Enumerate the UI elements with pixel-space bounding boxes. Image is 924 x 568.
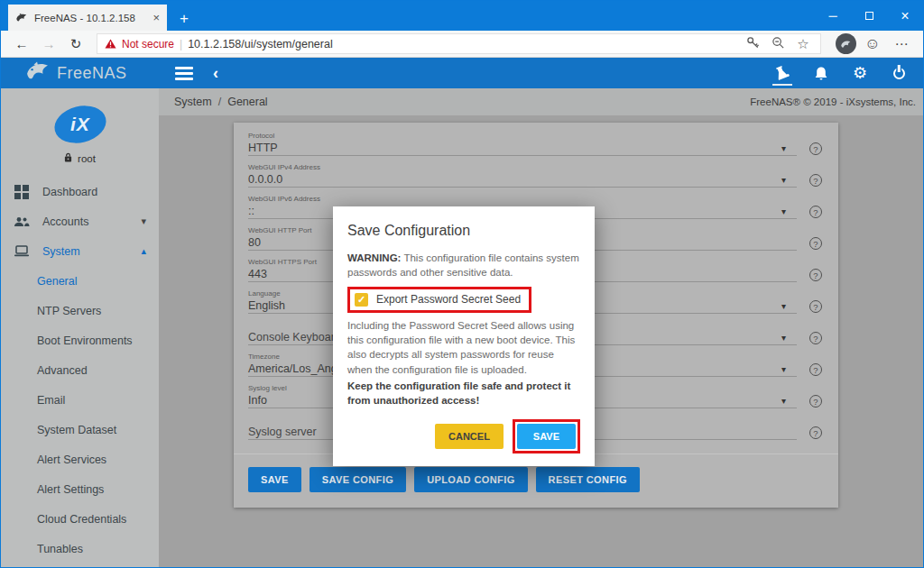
help-icon[interactable]: ? — [809, 237, 822, 250]
browser-addressbar: ← → ↻ Not secure | 10.1.2.158/ui/system/… — [1, 31, 923, 58]
maximize-icon — [865, 12, 873, 20]
logged-in-user: root — [1, 152, 159, 164]
export-seed-checkbox[interactable]: ✓ — [355, 293, 368, 307]
browser-tab[interactable]: FreeNAS - 10.1.2.158 × — [8, 5, 167, 31]
browser-window: FreeNAS - 10.1.2.158 × + ─ × ← → ↻ Not s… — [0, 0, 924, 568]
dropdown-arrow-icon[interactable]: ▾ — [781, 364, 786, 374]
not-secure-warning-icon — [105, 36, 116, 52]
sidebar-item-alert-services[interactable]: Alert Services — [1, 444, 159, 474]
security-label[interactable]: Not secure — [122, 38, 174, 50]
system-laptop-icon — [13, 245, 31, 257]
url-field[interactable]: Not secure | 10.1.2.158/ui/system/genera… — [97, 33, 821, 54]
sidebar-item-accounts[interactable]: Accounts ▾ — [1, 206, 159, 236]
task-manager-beaker-icon[interactable] — [772, 62, 792, 84]
browser-titlebar: FreeNAS - 10.1.2.158 × + ─ × — [1, 1, 923, 31]
profile-avatar[interactable] — [836, 33, 856, 54]
new-tab-button[interactable]: + — [180, 11, 189, 26]
save-button-annotation: SAVE — [513, 419, 580, 453]
breadcrumb-page: General — [227, 96, 267, 108]
help-icon[interactable]: ? — [809, 395, 822, 408]
chevron-down-icon: ▾ — [141, 215, 146, 227]
browser-menu-icon[interactable]: ⋯ — [889, 36, 914, 52]
ix-logo: iX — [1, 106, 159, 142]
breadcrumb: System / General FreeNAS® © 2019 - iXsys… — [159, 88, 923, 115]
sidebar: iX root Dashboard — [1, 88, 159, 568]
export-seed-checkbox-label[interactable]: Export Password Secret Seed — [376, 293, 521, 306]
freenas-brand: FreeNAS — [1, 61, 159, 85]
dropdown-arrow-icon[interactable]: ▾ — [781, 396, 786, 406]
refresh-icon[interactable]: ↻ — [64, 36, 88, 52]
dialog-body-text: Including the Password Secret Seed allow… — [347, 318, 580, 377]
save-configuration-dialog: Save Configuration WARNING: This configu… — [333, 206, 595, 466]
help-icon[interactable]: ? — [809, 300, 822, 313]
breadcrumb-section[interactable]: System — [174, 96, 212, 108]
dropdown-arrow-icon[interactable]: ▾ — [781, 333, 786, 343]
accounts-people-icon — [13, 216, 31, 227]
tab-title: FreeNAS - 10.1.2.158 — [34, 13, 146, 23]
help-icon[interactable]: ? — [809, 206, 822, 218]
freenas-favicon-icon — [15, 10, 28, 26]
dialog-actions: CANCEL SAVE — [347, 419, 580, 453]
sidebar-item-boot-environments[interactable]: Boot Environments — [1, 325, 159, 355]
url-text[interactable]: 10.1.2.158/ui/system/general — [188, 38, 737, 50]
window-close-button[interactable]: × — [887, 1, 923, 31]
dropdown-arrow-icon[interactable]: ▾ — [781, 301, 786, 311]
save-button[interactable]: SAVE — [248, 467, 301, 492]
dialog-title: Save Configuration — [347, 223, 580, 239]
sidebar-item-ntp-servers[interactable]: NTP Servers — [1, 296, 159, 325]
warning-label: WARNING: — [347, 252, 401, 263]
help-icon[interactable]: ? — [809, 363, 822, 376]
freenas-shark-logo-icon — [24, 61, 51, 85]
tab-close-icon[interactable]: × — [152, 12, 160, 23]
reset-config-button[interactable]: RESET CONFIG — [536, 467, 640, 492]
sidenav-toggle-hamburger-icon[interactable] — [175, 67, 193, 80]
add-favorite-star-icon[interactable]: ☆ — [793, 36, 813, 52]
settings-gear-icon[interactable]: ⚙ — [850, 62, 870, 84]
save-config-button[interactable]: SAVE CONFIG — [310, 467, 406, 492]
field-protocol[interactable]: Protocol HTTP ▾ ? — [248, 127, 824, 159]
sidebar-item-cloud-credentials[interactable]: Cloud Credentials — [1, 504, 159, 534]
help-icon[interactable]: ? — [809, 142, 822, 155]
dropdown-arrow-icon[interactable]: ▾ — [781, 175, 786, 185]
brand-name: FreeNAS — [57, 64, 127, 83]
dialog-warning: WARNING: This configuration file contain… — [347, 251, 580, 280]
dropdown-arrow-icon[interactable]: ▾ — [781, 143, 786, 153]
freenas-topbar: FreeNAS ‹ ⚙ — [1, 58, 923, 88]
help-icon[interactable]: ? — [809, 426, 822, 439]
feedback-smiley-icon[interactable]: ☺ — [860, 35, 885, 53]
breadcrumb-separator: / — [218, 96, 221, 108]
forward-icon[interactable]: → — [37, 36, 60, 51]
help-icon[interactable]: ? — [809, 269, 822, 281]
field-webgui-ipv4[interactable]: WebGUI IPv4 Address 0.0.0.0 ▾ ? — [248, 159, 824, 190]
sidebar-item-alert-settings[interactable]: Alert Settings — [1, 474, 159, 504]
notifications-bell-icon[interactable] — [811, 62, 831, 84]
key-icon[interactable] — [743, 36, 762, 52]
export-seed-checkbox-row: ✓ Export Password Secret Seed — [347, 287, 531, 313]
dialog-bold-text: Keep the configuration file safe and pro… — [347, 379, 580, 408]
ix-logo-text: iX — [70, 114, 90, 135]
sidebar-item-system-dataset[interactable]: System Dataset — [1, 415, 159, 444]
power-icon[interactable] — [889, 62, 909, 84]
dialog-save-button[interactable]: SAVE — [517, 424, 576, 449]
sidebar-item-advanced[interactable]: Advanced — [1, 355, 159, 385]
upload-config-button[interactable]: UPLOAD CONFIG — [414, 467, 527, 492]
sidebar-item-dashboard[interactable]: Dashboard — [1, 177, 159, 206]
sidebar-item-system[interactable]: System ▴ — [1, 236, 159, 266]
cancel-button[interactable]: CANCEL — [435, 424, 504, 449]
url-separator: | — [180, 38, 182, 50]
username: root — [78, 153, 96, 164]
sidebar-item-email[interactable]: Email — [1, 385, 159, 415]
window-minimize-button[interactable]: ─ — [815, 1, 851, 31]
sidebar-nav: Dashboard Accounts ▾ System ▴ Genera — [1, 177, 159, 563]
back-icon[interactable]: ← — [10, 36, 33, 51]
chevron-up-icon: ▴ — [141, 245, 146, 257]
sidebar-item-tunables[interactable]: Tunables — [1, 534, 159, 563]
zoom-out-icon[interactable] — [768, 36, 788, 52]
help-icon[interactable]: ? — [809, 174, 822, 187]
help-icon[interactable]: ? — [809, 332, 822, 344]
window-maximize-button[interactable] — [851, 1, 887, 31]
collapse-chevron-left-icon[interactable]: ‹ — [213, 65, 218, 81]
dashboard-grid-icon — [13, 185, 31, 199]
dropdown-arrow-icon[interactable]: ▾ — [781, 206, 786, 216]
sidebar-item-general[interactable]: General — [1, 266, 159, 296]
